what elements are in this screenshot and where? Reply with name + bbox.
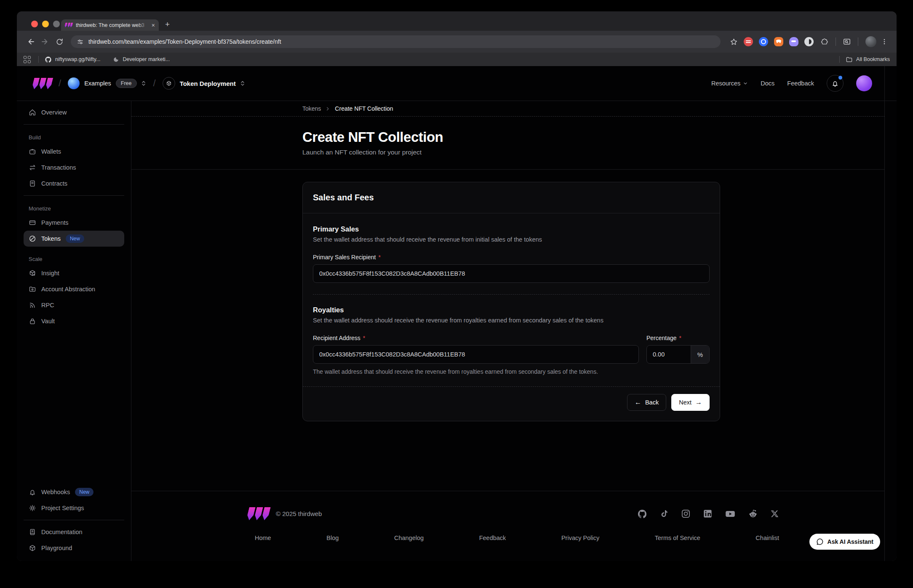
sidebar-item-webhooks[interactable]: Webhooks New	[24, 484, 124, 500]
footer-link-privacy-policy[interactable]: Privacy Policy	[561, 535, 599, 541]
sidebar-item-playground[interactable]: Playground	[24, 540, 124, 556]
browser-tab[interactable]: thirdweb: The complete web3 ×	[61, 19, 159, 31]
refresh-button[interactable]	[52, 35, 67, 49]
arrow-left-icon: ←	[635, 399, 641, 406]
project-switcher-button[interactable]	[240, 80, 246, 86]
plan-badge: Free	[116, 79, 137, 88]
sidebar-item-transactions[interactable]: Transactions	[24, 160, 124, 176]
reddit-icon[interactable]	[748, 509, 758, 519]
recipient-address-input[interactable]	[313, 346, 638, 363]
extensions-puzzle-button[interactable]	[817, 35, 832, 49]
star-icon	[730, 38, 738, 46]
main-content: Tokens Create NFT Collection Create NFT …	[131, 101, 885, 561]
sidebar-item-wallets[interactable]: Wallets	[24, 144, 124, 160]
extension-red-icon[interactable]	[744, 37, 753, 46]
toolbar-separator	[858, 37, 858, 46]
chevron-up-down-icon	[141, 80, 147, 86]
sidebar-item-tokens[interactable]: Tokens New	[24, 231, 124, 247]
thirdweb-logo-icon[interactable]	[33, 78, 52, 89]
feedback-link[interactable]: Feedback	[787, 80, 814, 87]
footer-link-chainlist[interactable]: Chainlist	[755, 535, 779, 541]
youtube-icon[interactable]	[725, 508, 736, 519]
project-icon	[163, 77, 175, 90]
x-icon[interactable]	[770, 509, 779, 518]
footer-link-blog[interactable]: Blog	[326, 535, 339, 541]
primary-recipient-input-shell	[313, 264, 710, 283]
all-bookmarks-label: All Bookmarks	[856, 56, 890, 62]
back-button[interactable]: ← Back	[627, 394, 666, 411]
sidebar-item-contracts[interactable]: Contracts	[24, 176, 124, 192]
url-text: thirdweb.com/team/examples/Token-Deploym…	[88, 38, 281, 45]
page-footer: © 2025 thirdweb Home Bl	[131, 491, 885, 561]
chevron-right-icon	[325, 106, 331, 112]
instagram-icon[interactable]	[681, 509, 691, 519]
address-bar[interactable]: thirdweb.com/team/examples/Token-Deploym…	[71, 35, 721, 48]
extension-blue-icon[interactable]	[759, 37, 768, 46]
minimize-window-button[interactable]	[42, 21, 49, 27]
sidebar-section-scale: Scale	[29, 256, 124, 262]
browser-profile-avatar[interactable]	[865, 36, 876, 47]
form-area: Sales and Fees Primary Sales Set the wal…	[131, 170, 885, 491]
sidebar-divider	[24, 124, 124, 125]
extension-ghost-icon[interactable]	[789, 37, 798, 46]
close-window-button[interactable]	[31, 21, 38, 27]
footer-link-changelog[interactable]: Changelog	[394, 535, 424, 541]
side-panel-button[interactable]	[840, 35, 854, 49]
browser-window: thirdweb: The complete web3 × + thirdweb…	[17, 11, 897, 561]
extension-fox-icon[interactable]	[774, 37, 783, 46]
required-asterisk: *	[363, 335, 365, 341]
next-button[interactable]: Next →	[671, 394, 710, 411]
browser-menu-button[interactable]	[880, 35, 889, 49]
primary-recipient-input[interactable]	[313, 265, 709, 282]
new-tab-button[interactable]: +	[165, 20, 170, 29]
footer-link-home[interactable]: Home	[255, 535, 271, 541]
sidebar-item-project-settings[interactable]: Project Settings	[24, 500, 124, 516]
bookmark-item[interactable]: niftyswap.gg/Nifty...	[45, 56, 100, 63]
card-footer: ← Back Next →	[303, 386, 720, 421]
crescent-favicon-icon	[113, 56, 119, 63]
recipient-address-label: Recipient Address	[313, 335, 360, 341]
back-button[interactable]	[24, 35, 38, 49]
zoom-window-button[interactable]	[53, 21, 60, 27]
apps-grid-icon[interactable]	[24, 56, 31, 63]
footer-link-terms-of-service[interactable]: Terms of Service	[655, 535, 700, 541]
docs-link[interactable]: Docs	[761, 80, 774, 87]
bookmark-star-button[interactable]	[726, 35, 741, 49]
all-bookmarks-button[interactable]: All Bookmarks	[846, 56, 890, 63]
project-name[interactable]: Token Deployment	[180, 80, 236, 87]
sidebar-item-insight[interactable]: Insight	[24, 265, 124, 281]
bookmark-item[interactable]: Developer marketi...	[113, 56, 170, 63]
percentage-input[interactable]	[647, 346, 691, 363]
folder-icon	[846, 56, 853, 63]
card-title: Sales and Fees	[313, 193, 710, 202]
tab-close-icon[interactable]: ×	[152, 22, 155, 28]
team-name[interactable]: Examples	[84, 80, 111, 87]
github-icon[interactable]	[637, 509, 647, 519]
breadcrumb-tokens-link[interactable]: Tokens	[302, 105, 321, 112]
notifications-button[interactable]	[827, 75, 844, 92]
forward-button[interactable]	[38, 35, 52, 49]
primary-sales-heading: Primary Sales	[313, 225, 710, 233]
sidebar-item-documentation[interactable]: Documentation	[24, 524, 124, 540]
breadcrumb: Tokens Create NFT Collection	[131, 101, 885, 117]
sidebar-item-vault[interactable]: Vault	[24, 313, 124, 329]
footer-link-feedback[interactable]: Feedback	[479, 535, 506, 541]
folder-user-icon	[29, 285, 36, 293]
resources-menu[interactable]: Resources	[711, 80, 748, 87]
copyright: © 2025 thirdweb	[276, 510, 322, 517]
window-controls	[31, 21, 60, 27]
sidebar-item-payments[interactable]: Payments	[24, 215, 124, 231]
sidebar-item-rpc[interactable]: RPC	[24, 297, 124, 313]
tiktok-icon[interactable]	[659, 509, 669, 519]
user-avatar[interactable]	[856, 75, 872, 91]
sidebar-item-account-abstraction[interactable]: Account Abstraction	[24, 281, 124, 297]
home-icon	[29, 109, 36, 116]
sidebar-label: Documentation	[41, 529, 83, 535]
coin-icon	[29, 235, 36, 242]
sidebar-item-overview[interactable]: Overview	[24, 104, 124, 120]
linkedin-icon[interactable]	[703, 509, 713, 519]
ask-ai-assistant-button[interactable]: Ask AI Assistant	[809, 534, 880, 550]
extension-clock-icon[interactable]	[804, 37, 814, 46]
transactions-icon	[29, 164, 36, 171]
team-switcher-button[interactable]	[141, 80, 147, 86]
